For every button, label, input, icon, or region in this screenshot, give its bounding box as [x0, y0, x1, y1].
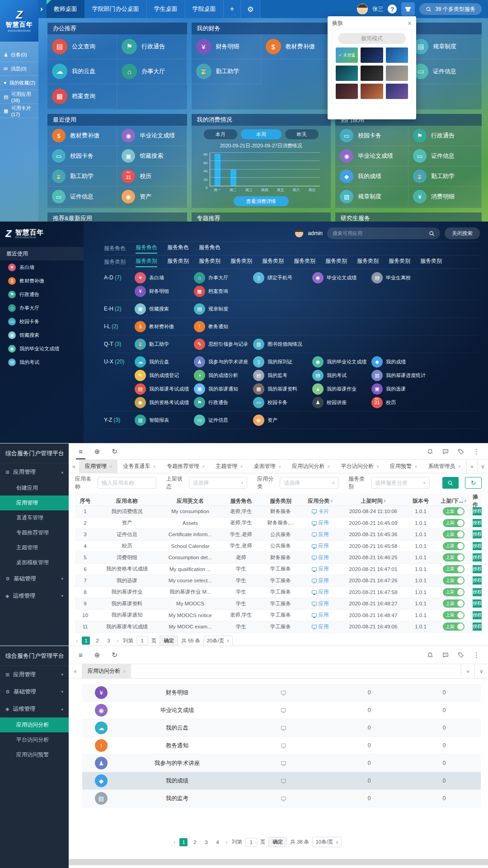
table-row[interactable]: 11 我的慕课考试成绩 My MOOC exam... 学生 学工服务 应用 2…: [75, 621, 482, 633]
app-item[interactable]: ⌛ 勤工助学: [135, 337, 194, 351]
publish-toggle[interactable]: 上架: [443, 611, 465, 619]
refresh-icon[interactable]: ↻: [112, 448, 117, 456]
app-tile[interactable]: ▭ 校园卡务: [335, 126, 408, 146]
sidebar-item[interactable]: ♥ 我的收藏(2): [0, 76, 38, 90]
range-button[interactable]: 昨天: [285, 129, 319, 139]
publish-toggle[interactable]: 上架: [443, 553, 465, 561]
app-item[interactable]: ▦ 我的慕课资料: [253, 382, 312, 396]
app-search-input[interactable]: 搜索可用应用: [327, 227, 440, 239]
app-item[interactable]: ▤ 毕业生离校: [371, 271, 431, 284]
globe-icon[interactable]: ⊕: [94, 448, 100, 456]
filter-option[interactable]: 服务类别: [262, 257, 284, 267]
app-item[interactable]: ◉ 毕业论文成绩: [312, 271, 371, 284]
filter-option[interactable]: 服务类别: [230, 257, 252, 267]
app-item[interactable]: ▲ 我的慕课作业: [312, 382, 371, 396]
menu-child[interactable]: 应用管理: [0, 495, 69, 510]
app-item[interactable]: ✎ 我的成绩登记: [135, 368, 194, 382]
app-tile[interactable]: ▤ 规章制度: [408, 34, 482, 59]
app-item[interactable]: ⚑ 行政通告: [194, 396, 253, 409]
menu-parent[interactable]: ⊞ 应用管理 ▾: [0, 666, 69, 683]
page-jump-input[interactable]: 1: [245, 838, 257, 847]
category-link[interactable]: 应用: [312, 519, 329, 526]
page-size-select[interactable]: 10条/页∨: [312, 837, 342, 847]
recent-app-item[interactable]: ♥ 表白墙: [0, 260, 84, 274]
theme-thumbnail[interactable]: [336, 84, 358, 99]
filter-option[interactable]: 服务角色: [167, 244, 189, 254]
column-header[interactable]: 操作 ▴▾: [473, 493, 482, 509]
tabs-more-icon[interactable]: »: [461, 664, 474, 678]
menu-parent[interactable]: ⊞ 应用管理 ▴: [0, 463, 69, 481]
app-item[interactable]: ▥ 图书馆借阅情况: [253, 337, 312, 351]
app-tile[interactable]: ⌛ 勤工助学: [47, 166, 117, 187]
category-link[interactable]: 应用: [312, 554, 329, 561]
state-select[interactable]: 请选择▾: [189, 477, 248, 489]
publish-toggle[interactable]: 上架: [443, 530, 465, 538]
chat-icon[interactable]: [442, 652, 449, 658]
authorize-button[interactable]: 授权: [473, 553, 482, 561]
app-item[interactable]: ☁ 我的云盘: [135, 355, 194, 368]
bell-icon[interactable]: [427, 652, 433, 658]
prev-page-button[interactable]: ‹: [173, 839, 176, 845]
app-item[interactable]: ▤ 我的监考: [253, 368, 312, 382]
menu-icon[interactable]: ≡: [79, 651, 83, 659]
app-tile[interactable]: ◉ 毕业论文成绩: [335, 146, 408, 166]
table-row[interactable]: 5 消费明细 Consumption det... 老师 财务服务 应用 202…: [75, 552, 482, 564]
table-row[interactable]: 1 我的消费情况 My consumption 老师,学生 财务服务 卡片 20…: [75, 506, 482, 518]
filter-option[interactable]: 服务类别: [199, 257, 221, 267]
help-icon[interactable]: ?: [388, 5, 397, 14]
recent-app-item[interactable]: ▣ 馆藏搜索: [0, 328, 84, 342]
workspace-tab[interactable]: 业务直通车 ×: [117, 460, 161, 473]
filter-option[interactable]: 服务类别: [136, 257, 157, 267]
menu-child[interactable]: 直通车管理: [0, 510, 69, 525]
app-item[interactable]: ¥ 财务明细: [135, 284, 194, 298]
avatar[interactable]: [357, 4, 368, 14]
confirm-button[interactable]: 确定: [160, 636, 178, 646]
app-tile[interactable]: ◉ 毕业论文成绩: [117, 126, 187, 146]
category-select[interactable]: 请选择▾: [280, 477, 338, 489]
app-item[interactable]: ♟ 我参与的学术讲座: [194, 355, 253, 368]
recent-app-item[interactable]: ⚑ 行政通告: [0, 288, 84, 301]
recent-app-item[interactable]: ◉ 我的毕业论文成绩: [0, 342, 84, 355]
app-item[interactable]: ▣ 我的选课: [371, 382, 431, 396]
close-search-button[interactable]: 关闭搜索: [445, 227, 480, 239]
app-item[interactable]: ▣ 我的慕课通知: [194, 382, 253, 396]
recent-app-item[interactable]: ⌂ 办事大厅: [0, 301, 84, 315]
recent-app-item[interactable]: ▤ 我的考试: [0, 355, 84, 369]
app-tile[interactable]: ▭ 证件信息: [47, 187, 117, 207]
app-item[interactable]: ! 教务通知: [194, 320, 253, 333]
app-item[interactable]: ◑ 我的成绩分析: [194, 368, 253, 382]
app-tile[interactable]: ◉ 资产: [117, 187, 187, 207]
theme-thumbnail[interactable]: ✓ 天空蓝: [336, 47, 358, 63]
column-header[interactable]: 服务角色 ▴▾: [222, 497, 260, 505]
filter-option[interactable]: 服务类别: [389, 257, 410, 267]
filter-option[interactable]: 服务类别: [420, 257, 442, 267]
close-icon[interactable]: ×: [327, 464, 330, 469]
close-icon[interactable]: ×: [414, 464, 417, 469]
minimal-mode-button[interactable]: 极简模式: [338, 33, 406, 44]
authorize-button[interactable]: 授权: [473, 623, 482, 631]
app-item[interactable]: ▯ 我的报到证: [253, 355, 312, 368]
theme-thumbnail[interactable]: [336, 66, 358, 81]
tag-icon[interactable]: [458, 652, 464, 658]
chat-icon[interactable]: [442, 448, 449, 455]
close-icon[interactable]: ×: [123, 669, 126, 674]
sidebar-item[interactable]: ✉ 消息(0): [0, 62, 38, 76]
service-select[interactable]: 选择服务分类▾: [371, 477, 430, 489]
tabs-more-icon[interactable]: »: [466, 460, 477, 473]
sort-icon[interactable]: ▴▾: [384, 499, 386, 503]
next-page-button[interactable]: ›: [116, 637, 119, 644]
app-tile[interactable]: ▭ 证件信息: [408, 146, 482, 166]
app-tile[interactable]: ◆ 我的成绩: [335, 166, 408, 187]
page-number[interactable]: 4: [213, 838, 221, 846]
app-item[interactable]: ▥ 我的慕课进度统计: [371, 368, 431, 382]
page-number[interactable]: 2: [93, 637, 101, 645]
analysis-row[interactable]: ! 教务通知 0 0: [82, 737, 481, 755]
publish-toggle[interactable]: 上架: [443, 542, 465, 550]
category-link[interactable]: 应用: [312, 566, 329, 572]
authorize-button[interactable]: 授权: [473, 565, 482, 573]
theme-thumbnail[interactable]: [386, 84, 408, 99]
table-row[interactable]: 7 我的选课 My course select... 学生 学工服务 应用 20…: [75, 575, 482, 587]
close-icon[interactable]: ×: [458, 464, 461, 469]
tabs-collapse-icon[interactable]: «: [69, 664, 82, 678]
publish-toggle[interactable]: 上架: [443, 576, 465, 585]
